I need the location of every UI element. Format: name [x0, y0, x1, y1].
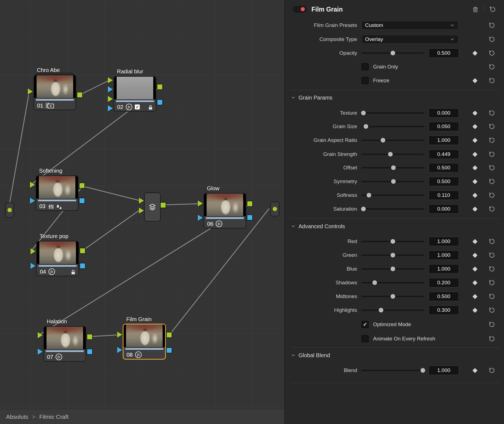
saturation-slider[interactable]: [361, 208, 424, 210]
slider-thumb[interactable]: [367, 193, 371, 198]
section-grain-params[interactable]: Grain Params: [291, 93, 332, 103]
reset-icon[interactable]: [488, 192, 495, 199]
slider-thumb[interactable]: [391, 253, 395, 258]
input-key-triangle[interactable]: [30, 198, 35, 204]
highlights-slider[interactable]: [361, 310, 424, 311]
output-rgb-square[interactable]: [79, 183, 85, 189]
value-box[interactable]: 0.449: [429, 150, 459, 159]
node-film-grain[interactable]: Film Grain 08 fx: [123, 324, 166, 359]
keyframe-diamond-icon[interactable]: [472, 165, 477, 170]
reset-all-icon[interactable]: [489, 6, 496, 13]
offset-slider[interactable]: [361, 167, 424, 169]
reset-icon[interactable]: [488, 151, 495, 158]
reset-icon[interactable]: [488, 205, 495, 213]
input-rgb-triangle[interactable]: [108, 96, 113, 102]
reset-icon[interactable]: [488, 252, 495, 259]
slider-thumb[interactable]: [379, 308, 383, 313]
value-box[interactable]: 0.500: [429, 177, 459, 186]
keyframe-diamond-icon[interactable]: [472, 138, 477, 143]
slider-thumb[interactable]: [391, 166, 396, 170]
slider-thumb[interactable]: [388, 152, 393, 157]
grain-strength-slider[interactable]: [361, 154, 424, 155]
value-box[interactable]: 0.050: [429, 122, 459, 131]
softness-slider[interactable]: [361, 195, 424, 196]
value-box[interactable]: 0.200: [429, 278, 459, 287]
keyframe-diamond-icon[interactable]: [472, 51, 477, 56]
output-key-square[interactable]: [87, 349, 93, 355]
input-rgb-triangle[interactable]: [31, 248, 35, 254]
input-key-triangle[interactable]: [108, 105, 113, 111]
node-radial-blur[interactable]: Radial blur 02 fx ✓: [114, 76, 156, 112]
symmetry-slider[interactable]: [361, 181, 424, 182]
keyframe-diamond-icon[interactable]: [472, 124, 477, 129]
effect-enable-toggle[interactable]: [293, 6, 306, 13]
reset-icon[interactable]: [488, 293, 495, 300]
value-box[interactable]: 0.500: [429, 48, 459, 58]
source-node[interactable]: [5, 202, 14, 218]
slider-thumb[interactable]: [361, 207, 366, 211]
reset-icon[interactable]: [488, 123, 495, 130]
keyframe-diamond-icon[interactable]: [472, 266, 477, 271]
output-key-square[interactable]: [166, 347, 172, 353]
input-key-triangle[interactable]: [31, 263, 35, 269]
node-graph-canvas[interactable]: Chro Abe 01 Radial blur 02 fx: [0, 0, 284, 424]
reset-icon[interactable]: [488, 178, 495, 185]
reset-icon[interactable]: [488, 77, 495, 84]
value-box[interactable]: 0.110: [429, 191, 459, 200]
reset-icon[interactable]: [488, 335, 495, 342]
node-body[interactable]: 03: [36, 175, 78, 211]
breadcrumb-current[interactable]: Filmic Craft: [39, 414, 69, 420]
keyframe-diamond-icon[interactable]: [472, 294, 477, 299]
green-slider[interactable]: [361, 255, 424, 256]
node-body[interactable]: 04 fx: [36, 241, 79, 276]
texture-slider[interactable]: [361, 112, 424, 114]
keyframe-diamond-icon[interactable]: [472, 78, 477, 83]
slider-thumb[interactable]: [421, 368, 425, 373]
output-key-square[interactable]: [247, 214, 253, 221]
output-key-square[interactable]: [80, 263, 86, 269]
optimized-mode-checkbox[interactable]: ✓: [361, 321, 369, 328]
enabled-checkbox-icon[interactable]: ✓: [135, 104, 140, 109]
input-rgb-triangle[interactable]: [198, 200, 203, 207]
reset-icon[interactable]: [488, 137, 495, 144]
reset-icon[interactable]: [488, 321, 495, 328]
input-key-triangle[interactable]: [108, 86, 113, 92]
output-rgb-square[interactable]: [80, 248, 86, 254]
input-rgb-triangle[interactable]: [28, 89, 33, 95]
shadows-slider[interactable]: [361, 282, 424, 283]
value-box[interactable]: 0.500: [429, 292, 459, 301]
rgb-port-icon[interactable]: [272, 207, 277, 211]
slider-thumb[interactable]: [391, 294, 395, 299]
value-box[interactable]: 1.000: [429, 264, 459, 274]
output-key-square[interactable]: [79, 198, 85, 204]
red-slider[interactable]: [361, 241, 424, 242]
slider-thumb[interactable]: [380, 138, 385, 143]
presets-dropdown[interactable]: Custom: [361, 21, 458, 30]
node-body[interactable]: 07 fx: [43, 326, 86, 362]
node-chro-abe[interactable]: Chro Abe 01: [34, 75, 76, 110]
keyframe-diamond-icon[interactable]: [472, 280, 477, 285]
node-body[interactable]: 06 fx: [204, 193, 246, 228]
input-rgb-triangle[interactable]: [38, 332, 43, 338]
output-key-square[interactable]: [157, 99, 163, 105]
node-texture-pop[interactable]: Texture pop 04 fx: [36, 241, 79, 276]
input-key-triangle[interactable]: [198, 215, 203, 221]
reset-icon[interactable]: [488, 49, 495, 57]
keyframe-diamond-icon[interactable]: [472, 193, 477, 198]
output-rgb-square[interactable]: [160, 202, 166, 208]
slider-thumb[interactable]: [391, 51, 395, 56]
input-rgb-triangle[interactable]: [117, 332, 122, 338]
input-rgb-triangle[interactable]: [139, 208, 144, 214]
breadcrumb-root[interactable]: Absoluts: [6, 414, 28, 420]
keyframe-diamond-icon[interactable]: [472, 179, 477, 184]
output-rgb-square[interactable]: [77, 92, 83, 98]
node-glow[interactable]: Glow 06 fx: [204, 193, 246, 228]
opacity-slider[interactable]: [361, 53, 424, 54]
keyframe-diamond-icon[interactable]: [472, 207, 477, 211]
value-box[interactable]: 1.000: [429, 366, 459, 375]
reset-icon[interactable]: [488, 307, 495, 314]
grain-size-slider[interactable]: [361, 126, 424, 127]
keyframe-diamond-icon[interactable]: [472, 111, 477, 115]
slider-thumb[interactable]: [363, 124, 368, 129]
midtones-slider[interactable]: [361, 296, 424, 297]
